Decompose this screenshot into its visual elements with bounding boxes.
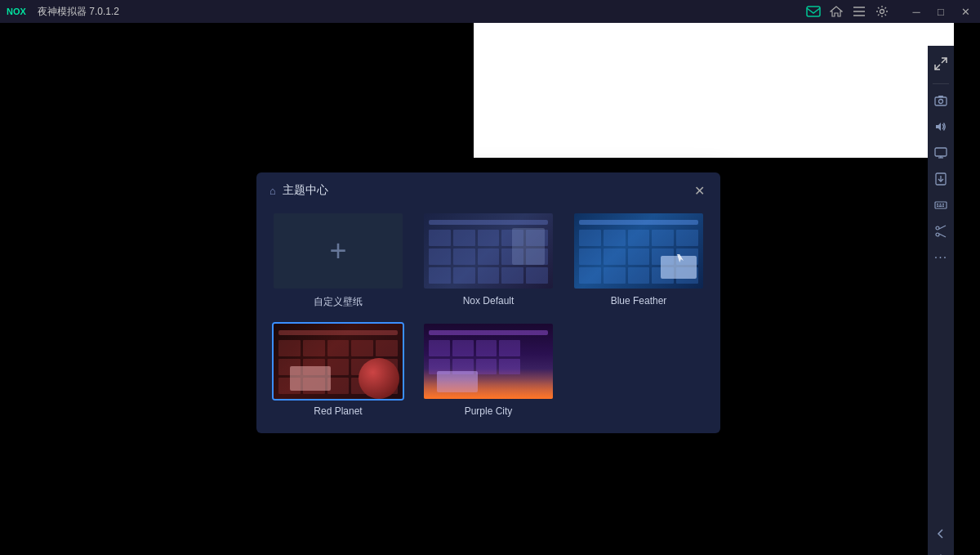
red-cell (376, 340, 398, 356)
purple-cell (499, 340, 520, 356)
nox-cell (478, 230, 500, 246)
svg-line-26 (939, 226, 946, 229)
maximize-button[interactable]: □ (929, 0, 952, 23)
sidebar-bottom (929, 522, 952, 555)
svg-rect-23 (942, 206, 944, 208)
blue-cell (604, 267, 626, 284)
nox-cell (478, 248, 500, 265)
minimize-button[interactable]: ─ (905, 0, 928, 23)
window-controls: ─ □ ✕ (905, 0, 980, 23)
menu-icon[interactable] (851, 3, 867, 20)
plus-icon: + (329, 236, 346, 266)
theme-item-custom[interactable]: + 自定义壁纸 (270, 212, 407, 309)
svg-line-6 (942, 58, 947, 63)
svg-rect-19 (940, 204, 942, 205)
dialog-header: ⌂ 主题中心 ✕ (256, 172, 720, 205)
thumb-purple-grid (429, 340, 520, 374)
svg-marker-11 (936, 123, 941, 131)
red-cell (278, 340, 301, 356)
theme-thumbnail-red (272, 322, 404, 401)
theme-item-red-planet[interactable]: Red Planet (270, 322, 407, 417)
theme-thumbnail-purple (422, 322, 555, 401)
home-title-icon[interactable] (828, 3, 844, 20)
close-button[interactable]: ✕ (954, 0, 977, 23)
thumb-nox-bar (429, 220, 548, 225)
svg-line-7 (935, 65, 940, 69)
svg-marker-1 (831, 7, 842, 16)
theme-item-nox-default[interactable]: Nox Default (420, 212, 557, 309)
svg-rect-18 (937, 204, 938, 205)
svg-rect-20 (942, 204, 944, 205)
back-icon[interactable] (929, 522, 952, 545)
blue-cell (628, 248, 650, 265)
titlebar: NOX 夜神模拟器 7.0.1.2 ─ □ ✕ (0, 0, 980, 23)
svg-point-5 (880, 10, 884, 14)
import-icon[interactable] (929, 168, 952, 190)
blue-cell (676, 230, 698, 246)
content-area (474, 23, 954, 158)
keyboard-icon[interactable] (929, 194, 952, 217)
logo-text: NOX (7, 7, 26, 16)
thumb-red-dialog (290, 366, 331, 391)
thumb-nox-bg (424, 213, 553, 289)
svg-rect-12 (935, 148, 947, 156)
blue-cell (628, 230, 650, 246)
dialog-house-icon: ⌂ (270, 185, 276, 197)
svg-rect-17 (935, 202, 947, 208)
screen-icon[interactable] (929, 141, 952, 164)
blue-cell (579, 230, 601, 246)
blue-cell (652, 230, 674, 246)
nox-cell (453, 230, 475, 246)
red-cell (303, 340, 325, 356)
thumb-purple-bar (429, 330, 548, 335)
thumb-red-bar (278, 330, 398, 335)
titlebar-icons (805, 3, 897, 20)
themes-grid: + 自定义壁纸 (256, 205, 720, 417)
thumb-red-planet (359, 358, 399, 399)
email-icon[interactable] (805, 3, 822, 20)
purple-cell (452, 340, 474, 356)
titlebar-right: ─ □ ✕ (805, 0, 980, 23)
dialog-close-button[interactable]: ✕ (691, 182, 707, 199)
blue-cell (604, 248, 626, 265)
theme-item-blue-feather[interactable]: Blue Feather (570, 212, 707, 309)
purple-cell (476, 340, 497, 356)
more-icon[interactable]: ··· (929, 246, 952, 269)
svg-rect-21 (937, 206, 938, 208)
svg-line-27 (939, 234, 946, 237)
thumb-blue-bar (579, 220, 698, 225)
main-area: ··· ⌂ 主题中心 ✕ + (0, 23, 954, 555)
theme-label-custom: 自定义壁纸 (314, 295, 363, 309)
nox-cell (501, 267, 523, 284)
scissors-icon[interactable] (929, 220, 952, 243)
purple-cell (429, 340, 450, 356)
nox-cell (526, 267, 548, 284)
svg-rect-8 (935, 97, 947, 105)
nox-cell (453, 267, 475, 284)
screenshot-icon[interactable] (929, 89, 952, 112)
right-sidebar: ··· (928, 46, 954, 555)
theme-item-purple-city[interactable]: Purple City (420, 322, 557, 417)
titlebar-left: NOX 夜神模拟器 7.0.1.2 (0, 4, 119, 19)
thumb-nox-highlight (512, 228, 545, 265)
volume-icon[interactable] (929, 115, 952, 138)
dialog-title-area: ⌂ 主题中心 (270, 183, 328, 198)
svg-rect-10 (938, 96, 943, 97)
blue-cell (579, 248, 601, 265)
theme-label-red: Red Planet (314, 405, 362, 417)
blue-cell (579, 267, 601, 284)
app-title: 夜神模拟器 7.0.1.2 (38, 5, 119, 19)
thumb-blue-bg (574, 213, 703, 289)
theme-thumbnail-nox (422, 212, 555, 290)
red-cell (351, 340, 373, 356)
nox-cell (429, 230, 451, 246)
nox-cell (478, 267, 500, 284)
settings-icon[interactable] (874, 3, 890, 20)
home-sidebar-icon[interactable] (929, 548, 952, 555)
dialog-title: 主题中心 (283, 183, 328, 198)
thumb-purple-city (424, 379, 553, 399)
svg-rect-0 (807, 7, 820, 16)
expand-icon[interactable] (929, 52, 952, 75)
nox-cell (453, 248, 475, 265)
svg-rect-22 (939, 206, 942, 208)
